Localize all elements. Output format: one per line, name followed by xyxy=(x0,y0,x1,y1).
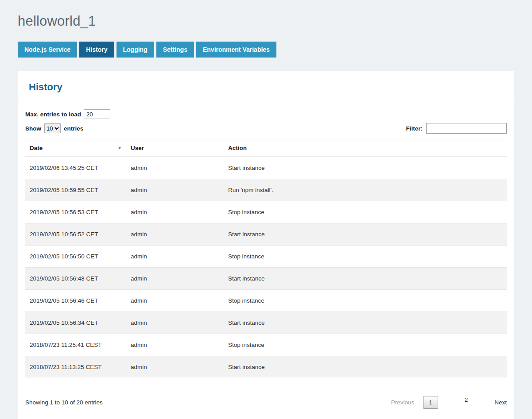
tab-logging[interactable]: Logging xyxy=(116,42,154,58)
column-header-action[interactable]: Action xyxy=(224,139,507,157)
table-row: 2019/02/05 10:56:50 CETadminStop instanc… xyxy=(25,246,507,268)
pagination-next[interactable]: Next xyxy=(494,399,507,406)
cell-user: admin xyxy=(126,246,224,268)
page: helloworld_1 Node.js ServiceHistoryLoggi… xyxy=(0,0,532,419)
tab-environment-variables[interactable]: Environment Variables xyxy=(196,42,276,58)
tab-history[interactable]: History xyxy=(79,42,114,58)
cell-user: admin xyxy=(126,290,224,312)
cell-date: 2019/02/05 10:56:53 CET xyxy=(25,201,126,223)
cell-user: admin xyxy=(126,157,224,179)
tab-settings[interactable]: Settings xyxy=(156,42,194,58)
table-header: Date ▼ User Action xyxy=(25,139,507,157)
cell-user: admin xyxy=(126,179,224,201)
pagination-page-1[interactable]: 1 xyxy=(423,396,438,409)
column-header-date[interactable]: Date ▼ xyxy=(25,139,126,157)
cell-user: admin xyxy=(126,334,224,356)
table-summary: Showing 1 to 10 of 20 entries xyxy=(25,399,103,406)
max-entries-label: Max. entries to load xyxy=(25,111,81,118)
cell-action: Start instance xyxy=(224,356,507,378)
cell-action: Stop instance xyxy=(224,246,507,268)
cell-date: 2019/02/05 10:56:52 CET xyxy=(25,223,126,246)
cell-date: 2019/02/05 10:56:50 CET xyxy=(25,246,126,268)
table-row: 2019/02/05 10:56:48 CETadminStart instan… xyxy=(25,268,507,290)
filter-group: Filter: xyxy=(406,123,507,134)
max-entries-input[interactable] xyxy=(84,109,110,119)
page-title: helloworld_1 xyxy=(18,13,514,29)
show-label: Show xyxy=(25,125,41,132)
cell-action: Start instance xyxy=(224,312,507,334)
cell-action: Run 'npm install'. xyxy=(224,179,507,201)
history-panel: History Max. entries to load Show 10 ent… xyxy=(18,71,514,419)
cell-user: admin xyxy=(126,201,224,223)
table-row: 2018/07/23 11:25:41 CESTadminStop instan… xyxy=(25,334,507,356)
cell-date: 2019/02/05 10:56:48 CET xyxy=(25,268,126,290)
filter-input[interactable] xyxy=(426,123,507,134)
cell-date: 2019/02/05 10:56:46 CET xyxy=(25,290,126,312)
table-controls: Max. entries to load Show 10 entries Fil… xyxy=(18,101,514,134)
tab-bar: Node.js ServiceHistoryLoggingSettingsEnv… xyxy=(18,42,514,58)
max-entries-row: Max. entries to load xyxy=(25,109,507,119)
table-row: 2019/02/05 10:59:55 CETadminRun 'npm ins… xyxy=(25,179,507,201)
table-body: 2019/02/06 13:45:25 CETadminStart instan… xyxy=(25,157,507,378)
cell-action: Start instance xyxy=(224,223,507,246)
column-header-date-label: Date xyxy=(30,145,43,151)
cell-user: admin xyxy=(126,356,224,378)
show-entries-row: Show 10 entries Filter: xyxy=(25,123,507,134)
cell-user: admin xyxy=(126,223,224,246)
filter-label: Filter: xyxy=(406,125,423,132)
panel-heading: History xyxy=(18,71,514,101)
pagination-pages: 12 xyxy=(423,385,485,419)
cell-date: 2019/02/06 13:45:25 CET xyxy=(25,157,126,179)
table-row: 2018/07/23 11:13:25 CESTadminStart insta… xyxy=(25,356,507,378)
table-row: 2019/02/06 13:45:25 CETadminStart instan… xyxy=(25,157,507,179)
table-footer: Showing 1 to 10 of 20 entries Previous 1… xyxy=(18,378,514,419)
sort-desc-icon: ▼ xyxy=(117,146,122,150)
table-row: 2019/02/05 10:56:53 CETadminStop instanc… xyxy=(25,201,507,223)
history-table: Date ▼ User Action 2019/02/06 13:45:25 C… xyxy=(25,139,507,378)
table-row: 2019/02/05 10:56:34 CETadminStart instan… xyxy=(25,312,507,334)
cell-user: admin xyxy=(126,268,224,290)
cell-date: 2018/07/23 11:25:41 CEST xyxy=(25,334,126,356)
column-header-user[interactable]: User xyxy=(126,139,224,157)
tab-node-js-service[interactable]: Node.js Service xyxy=(18,42,77,58)
pagination-previous[interactable]: Previous xyxy=(391,399,415,406)
table-row: 2019/02/05 10:56:46 CETadminStop instanc… xyxy=(25,290,507,312)
cell-action: Stop instance xyxy=(224,334,507,356)
cell-action: Start instance xyxy=(224,157,507,179)
pagination: Previous 12 Next xyxy=(391,385,507,419)
cell-action: Stop instance xyxy=(224,290,507,312)
page-length-select[interactable]: 10 xyxy=(44,123,61,133)
entries-label: entries xyxy=(64,125,83,132)
cell-user: admin xyxy=(126,312,224,334)
cell-action: Start instance xyxy=(224,268,507,290)
cell-action: Stop instance xyxy=(224,201,507,223)
table-row: 2019/02/05 10:56:52 CETadminStart instan… xyxy=(25,223,507,246)
cell-date: 2018/07/23 11:13:25 CEST xyxy=(25,356,126,378)
cell-date: 2019/02/05 10:56:34 CET xyxy=(25,312,126,334)
pagination-page-2[interactable]: 2 xyxy=(447,385,486,419)
cell-date: 2019/02/05 10:59:55 CET xyxy=(25,179,126,201)
